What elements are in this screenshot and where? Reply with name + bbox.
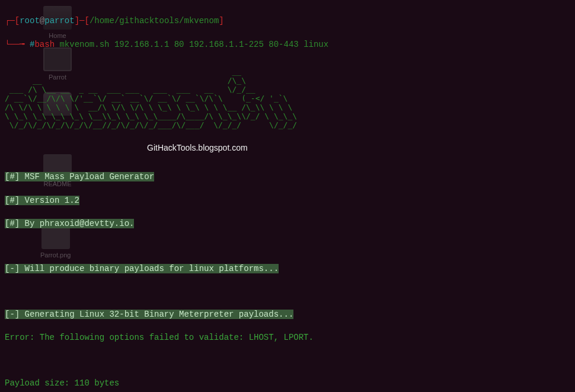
info-version: [#] Version 1.2 [5,195,570,207]
prompt-user: root [20,16,40,26]
prompt-line-1: ┌─[root@parrot]─[/home/githacktools/mkve… [5,15,570,27]
info-author: [#] By phraxoid@devtty.io. [5,218,570,230]
msg-gen-meterpreter: [-] Generating Linux 32-bit Binary Meter… [5,309,570,321]
prompt-bracket: ] [219,16,223,26]
terminal-output[interactable]: ┌─[root@parrot]─[/home/githacktools/mkve… [0,0,575,392]
msg-error: Error: The following options failed to v… [5,332,570,344]
info-title: [#] MSF Mass Payload Generator [5,171,570,183]
ascii-banner: __ __ /\_\ ___ /\ \__ __ _ __ ___ ___ __… [5,68,570,130]
prompt-at: @ [40,16,44,26]
prompt-cmd-bash: bash [34,40,55,49]
prompt-line-2: └──╼ #bash mkvenom.sh 192.168.1.1 80 192… [5,39,570,51]
msg-payload-size: Payload size: 110 bytes [5,378,570,390]
prompt-host: parrot [44,16,74,26]
prompt-char: └──╼ [5,40,30,49]
prompt-path: /home/githacktools/mkvenom [90,16,219,26]
prompt-bracket: ]─[ [75,16,90,26]
prompt-command: mkvenom.sh 192.168.1.1 80 192.168.1.1-22… [55,40,328,49]
url-label: GitHackTools.blogspot.com [147,142,570,154]
msg-platforms: [-] Will produce binary payloads for lin… [5,263,570,275]
prompt-bracket: ┌─[ [5,16,20,26]
